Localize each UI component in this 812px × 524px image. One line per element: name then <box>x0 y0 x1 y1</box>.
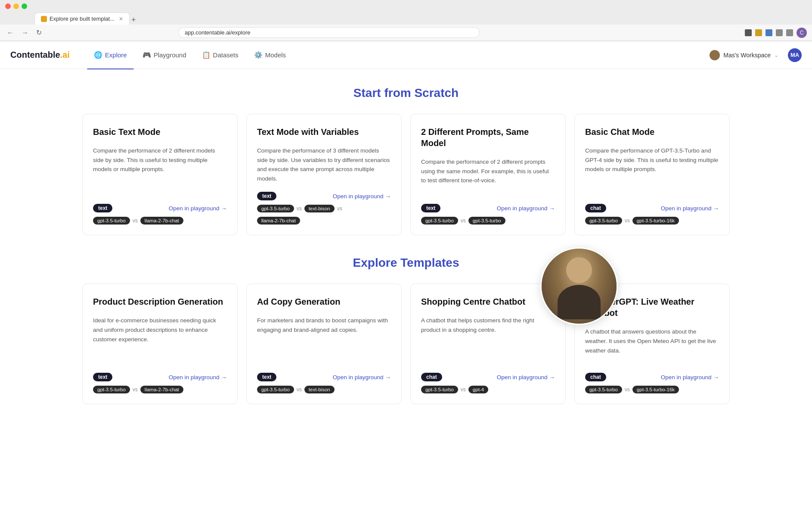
arrow-right-icon: → <box>221 205 227 212</box>
logo[interactable]: Contentable.ai <box>10 50 70 60</box>
new-tab-button[interactable]: + <box>130 16 138 25</box>
nav-models[interactable]: ⚙️ Models <box>247 47 293 62</box>
badge-text-basic: text <box>93 204 112 212</box>
browser-actions: C <box>745 28 807 38</box>
arrow-icon-chat: → <box>713 205 719 212</box>
model-tags-chat: gpt-3.5-turbo vs gpt-3.5-turbo-16k <box>585 217 719 225</box>
traffic-lights <box>5 3 27 9</box>
card-desc-text-var: Compare the performance of 3 different m… <box>257 146 391 183</box>
model-tag-shopping-2: gpt-4 <box>468 386 488 393</box>
extension-icon-3 <box>766 29 772 36</box>
card-basic-text-mode: Basic Text Mode Compare the performance … <box>82 114 238 235</box>
card-title-text-var: Text Mode with Variables <box>257 126 391 137</box>
model-tag-1: gpt-3.5-turbo <box>93 217 130 225</box>
open-link-label-weather: Open in playground <box>661 374 712 381</box>
nav-explore[interactable]: 🌐 Explore <box>87 47 134 62</box>
card-two-prompts: 2 Different Prompts, Same Model Compare … <box>410 114 566 235</box>
scratch-cards-grid: Basic Text Mode Compare the performance … <box>82 114 730 235</box>
card-actions-weather: chat Open in playground → <box>585 373 719 381</box>
open-playground-two-prompts[interactable]: Open in playground → <box>497 205 555 212</box>
card-footer-text-var: text Open in playground → gpt-3.5-turbo … <box>257 192 391 225</box>
forward-button[interactable]: → <box>20 28 30 37</box>
browser-user-avatar: C <box>797 28 807 38</box>
templates-section-title: Explore Templates <box>82 256 730 270</box>
datasets-icon: 📋 <box>202 51 211 59</box>
url-input[interactable]: app.contentable.ai/explore <box>178 27 480 38</box>
open-playground-basic-text[interactable]: Open in playground → <box>169 205 227 212</box>
model-tag-product-1: gpt-3.5-turbo <box>93 386 130 393</box>
workspace-selector[interactable]: Mas's Workspace ⌄ <box>705 47 783 63</box>
user-avatar[interactable]: MA <box>788 48 802 62</box>
card-desc-ad: For marketers and brands to boost campai… <box>257 316 391 364</box>
card-actions-ad: text Open in playground → <box>257 373 391 381</box>
active-tab[interactable]: Explore pre built templat... ✕ <box>34 12 130 25</box>
models-icon: ⚙️ <box>254 51 263 59</box>
model-tag-ad-1: gpt-3.5-turbo <box>257 386 294 393</box>
main-content: Start from Scratch Basic Text Mode Compa… <box>62 69 750 442</box>
header-right: Mas's Workspace ⌄ MA <box>705 47 802 63</box>
badge-product: text <box>93 373 112 381</box>
tab-title: Explore pre built templat... <box>50 16 115 22</box>
model-tags-shopping: gpt-3.5-turbo vs gpt-4 <box>421 386 555 393</box>
close-window-button[interactable] <box>5 3 11 9</box>
nav-datasets[interactable]: 📋 Datasets <box>195 47 245 62</box>
open-playground-chat[interactable]: Open in playground → <box>661 205 719 212</box>
model-tags-ad: gpt-3.5-turbo vs text-bison <box>257 386 391 393</box>
model-tag-tp-2: gpt-3.5-turbo <box>468 217 505 225</box>
maximize-window-button[interactable] <box>22 3 27 9</box>
model-tags-tp: gpt-3.5-turbo vs gpt-3.5-turbo <box>421 217 555 225</box>
templates-cards-grid: Product Description Generation Ideal for… <box>82 284 730 404</box>
playground-icon: 🎮 <box>143 51 151 59</box>
browser-chrome: Explore pre built templat... ✕ + ← → ↻ a… <box>0 0 812 41</box>
minimize-window-button[interactable] <box>13 3 19 9</box>
open-playground-ad[interactable]: Open in playground → <box>333 374 391 381</box>
card-actions-shopping: chat Open in playground → <box>421 373 555 381</box>
back-button[interactable]: ← <box>5 28 15 37</box>
tab-favicon <box>41 16 47 22</box>
tab-close-button[interactable]: ✕ <box>119 16 123 22</box>
model-tag-tp-1: gpt-3.5-turbo <box>421 217 458 225</box>
model-tag-var-2: text-bison <box>304 205 335 212</box>
person-body <box>558 285 601 319</box>
card-footer-ad: text Open in playground → gpt-3.5-turbo … <box>257 373 391 393</box>
vs-label-var-1: vs <box>297 206 302 212</box>
open-playground-text-var[interactable]: Open in playground → <box>333 193 391 200</box>
templates-section: Explore Templates Product Description Ge… <box>82 256 730 404</box>
nav-explore-label: Explore <box>105 51 127 59</box>
model-tag-chat-2: gpt-3.5-turbo-16k <box>632 217 679 225</box>
model-tag-product-2: llama-2-7b-chat <box>140 386 183 393</box>
workspace-avatar <box>710 50 720 60</box>
open-link-label-ad: Open in playground <box>333 374 384 381</box>
model-tag-shopping-1: gpt-3.5-turbo <box>421 386 458 393</box>
card-title-chat: Basic Chat Mode <box>585 126 719 137</box>
person-head <box>566 257 592 283</box>
model-tags-basic-text: gpt-3.5-turbo vs llama-2-7b-chat <box>93 217 227 225</box>
badge-shopping: chat <box>421 373 442 381</box>
open-link-label-chat: Open in playground <box>661 205 712 212</box>
model-tag-var-1: gpt-3.5-turbo <box>257 205 294 212</box>
open-playground-product[interactable]: Open in playground → <box>169 374 227 381</box>
badge-two-prompts: text <box>421 204 440 212</box>
model-tag-weather-1: gpt-3.5-turbo <box>585 386 622 393</box>
model-tags-weather: gpt-3.5-turbo vs gpt-3.5-turbo-16k <box>585 386 719 393</box>
vs-label-tp: vs <box>461 218 466 224</box>
bookmark-icon <box>776 29 783 36</box>
card-actions-text-var: text Open in playground → <box>257 192 391 200</box>
vs-label-var-2: vs <box>337 206 342 212</box>
nav-playground[interactable]: 🎮 Playground <box>136 47 193 62</box>
vs-label-weather: vs <box>625 387 630 393</box>
open-playground-shopping[interactable]: Open in playground → <box>497 374 555 381</box>
card-actions-two-prompts: text Open in playground → <box>421 204 555 212</box>
refresh-button[interactable]: ↻ <box>34 28 43 37</box>
open-link-label-var: Open in playground <box>333 193 384 200</box>
card-product-desc: Product Description Generation Ideal for… <box>82 284 238 404</box>
card-footer-basic-text: text Open in playground → gpt-3.5-turbo … <box>93 204 227 225</box>
logo-dot: .ai <box>60 50 70 59</box>
logo-text: Contentable <box>10 50 60 59</box>
open-link-label-product: Open in playground <box>169 374 220 381</box>
card-title-two-prompts: 2 Different Prompts, Same Model <box>421 126 555 149</box>
extension-icon-2 <box>755 29 762 36</box>
card-desc-weather: A chatbot that answers questions about t… <box>585 327 719 364</box>
workspace-chevron-icon: ⌄ <box>774 52 778 58</box>
open-playground-weather[interactable]: Open in playground → <box>661 374 719 381</box>
